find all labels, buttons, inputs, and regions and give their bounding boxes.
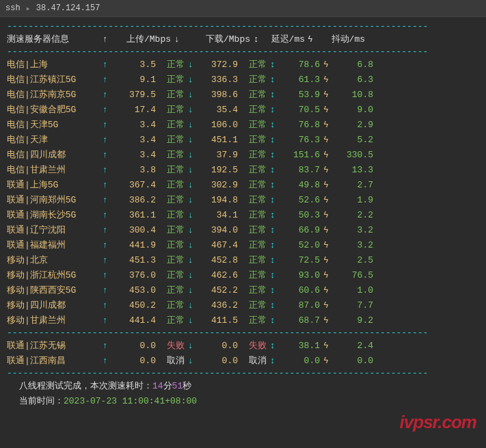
- upload-value: 300.4: [116, 225, 156, 235]
- download-value: 0.0: [197, 356, 238, 366]
- jitter-value: 9.0: [332, 105, 373, 115]
- up-arrow-icon: ↑: [103, 165, 116, 175]
- bolt-icon: ϟ: [320, 194, 332, 205]
- server-name: 联通|辽宁沈阳: [7, 224, 103, 236]
- down-arrow-icon: ↓: [185, 60, 197, 70]
- upload-status: 正常: [156, 133, 185, 146]
- latency-value: 87.0: [279, 300, 320, 311]
- download-value: 372.9: [197, 60, 238, 70]
- down-arrow-icon: ↓: [185, 210, 197, 220]
- updown-arrow-icon: ↕: [267, 356, 279, 366]
- footer-seconds: 51: [172, 381, 183, 391]
- updown-arrow-icon: ↕: [267, 270, 279, 280]
- header-server: 测速服务器信息: [7, 33, 103, 45]
- download-value: 398.6: [197, 90, 238, 100]
- download-status: 正常: [238, 209, 267, 221]
- jitter-value: 3.2: [332, 240, 373, 250]
- down-arrow-icon: ↓: [185, 315, 197, 326]
- jitter-value: 1.9: [332, 195, 373, 205]
- up-arrow-icon: ↑: [103, 135, 116, 145]
- up-arrow-icon: ↑: [103, 240, 116, 250]
- upload-status: 正常: [156, 269, 185, 281]
- jitter-value: 2.7: [332, 180, 373, 190]
- up-arrow-icon: ↑: [103, 150, 116, 160]
- download-value: 37.9: [197, 150, 238, 160]
- upload-status: 正常: [156, 224, 185, 236]
- latency-value: 60.6: [279, 285, 320, 295]
- bolt-icon: ϟ: [320, 89, 332, 100]
- header-updown-icon: ↕: [250, 34, 262, 44]
- up-arrow-icon: ↑: [103, 90, 116, 100]
- up-arrow-icon: ↑: [103, 300, 116, 311]
- download-status: 正常: [238, 299, 267, 311]
- server-name: 电信|四川成都: [7, 148, 103, 161]
- up-arrow-icon: ↑: [103, 180, 116, 190]
- table-row: 电信|甘肃兰州↑3.8正常↓192.5正常↕83.7ϟ13.3: [7, 162, 479, 177]
- server-name: 电信|安徽合肥5G: [7, 103, 103, 116]
- updown-arrow-icon: ↕: [267, 341, 279, 351]
- down-arrow-icon: ↓: [185, 356, 197, 366]
- download-status: 正常: [238, 224, 267, 236]
- latency-value: 93.0: [279, 270, 320, 280]
- server-name: 移动|北京: [7, 254, 103, 266]
- bolt-icon: ϟ: [320, 59, 332, 70]
- footer-minutes: 14: [152, 381, 163, 391]
- terminal-titlebar: ssh ▸ 38.47.124.157: [0, 0, 486, 17]
- download-value: 192.5: [197, 165, 238, 175]
- download-status: 正常: [238, 58, 267, 70]
- download-status: 正常: [238, 179, 267, 191]
- bolt-icon: ϟ: [320, 300, 332, 311]
- upload-status: 正常: [156, 88, 185, 101]
- jitter-value: 3.2: [332, 225, 373, 235]
- upload-value: 0.0: [116, 341, 156, 351]
- server-name: 移动|浙江杭州5G: [7, 269, 103, 281]
- download-value: 194.8: [197, 195, 238, 205]
- latency-value: 66.9: [279, 225, 320, 235]
- download-status: 正常: [238, 314, 267, 326]
- upload-status: 失败: [156, 339, 185, 352]
- up-arrow-icon: ↑: [103, 105, 116, 115]
- upload-status: 正常: [156, 179, 185, 191]
- latency-value: 38.1: [279, 341, 320, 351]
- table-row: 移动|北京↑451.3正常↓452.8正常↕72.5ϟ2.5: [7, 252, 479, 267]
- upload-value: 386.2: [116, 195, 156, 205]
- server-name: 联通|福建福州: [7, 239, 103, 251]
- table-row: 移动|陕西西安5G↑453.0正常↓452.2正常↕60.6ϟ1.0: [7, 282, 479, 298]
- down-arrow-icon: ↓: [185, 300, 197, 311]
- down-arrow-icon: ↓: [185, 150, 197, 160]
- upload-value: 450.2: [116, 300, 156, 311]
- upload-status: 正常: [156, 314, 185, 326]
- download-status: 正常: [238, 269, 267, 281]
- up-arrow-icon: ↑: [103, 210, 116, 220]
- table-row: 移动|浙江杭州5G↑376.0正常↓462.6正常↕93.0ϟ76.5: [7, 267, 479, 282]
- upload-status: 正常: [156, 299, 185, 311]
- download-value: 451.1: [197, 135, 238, 145]
- bolt-icon: ϟ: [320, 224, 332, 235]
- up-arrow-icon: ↑: [103, 341, 116, 351]
- table-row: 电信|天津5G↑3.4正常↓106.0正常↕76.8ϟ2.9: [7, 117, 479, 132]
- download-status: 正常: [238, 163, 267, 176]
- table-row: 联通|河南郑州5G↑386.2正常↓194.8正常↕52.6ϟ1.9: [7, 192, 479, 207]
- ssh-host: 38.47.124.157: [36, 3, 100, 13]
- upload-value: 0.0: [116, 356, 156, 366]
- header-upload: 上传/Mbps: [116, 33, 171, 45]
- server-name: 联通|湖南长沙5G: [7, 209, 103, 221]
- down-arrow-icon: ↓: [185, 341, 197, 351]
- upload-status: 正常: [156, 239, 185, 251]
- down-arrow-icon: ↓: [185, 180, 197, 190]
- latency-value: 50.3: [279, 210, 320, 220]
- server-name: 联通|河南郑州5G: [7, 194, 103, 206]
- upload-status: 正常: [156, 194, 185, 206]
- results-list: 电信|上海↑3.5正常↓372.9正常↕78.6ϟ6.8电信|江苏镇江5G↑9.…: [7, 57, 479, 328]
- bolt-icon: ϟ: [320, 209, 332, 220]
- down-arrow-icon: ↓: [185, 255, 197, 265]
- table-row: 移动|四川成都↑450.2正常↓436.2正常↕87.0ϟ7.7: [7, 298, 479, 313]
- upload-value: 379.5: [116, 90, 156, 100]
- upload-value: 9.1: [116, 75, 156, 85]
- download-value: 106.0: [197, 120, 238, 130]
- download-status: 正常: [238, 118, 267, 131]
- upload-value: 3.5: [116, 60, 156, 70]
- divider-bottom: ----------------------------------------…: [7, 368, 479, 378]
- jitter-value: 76.5: [332, 270, 373, 280]
- up-arrow-icon: ↑: [103, 75, 116, 85]
